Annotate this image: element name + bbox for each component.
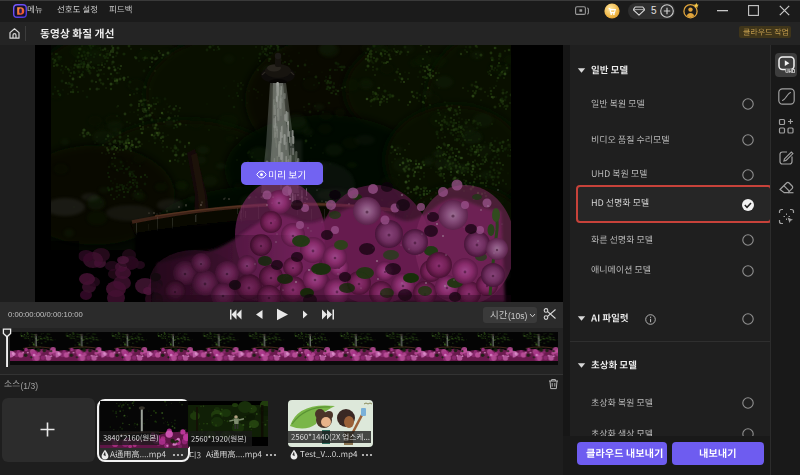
- svg-text:UHD: UHD: [785, 69, 795, 74]
